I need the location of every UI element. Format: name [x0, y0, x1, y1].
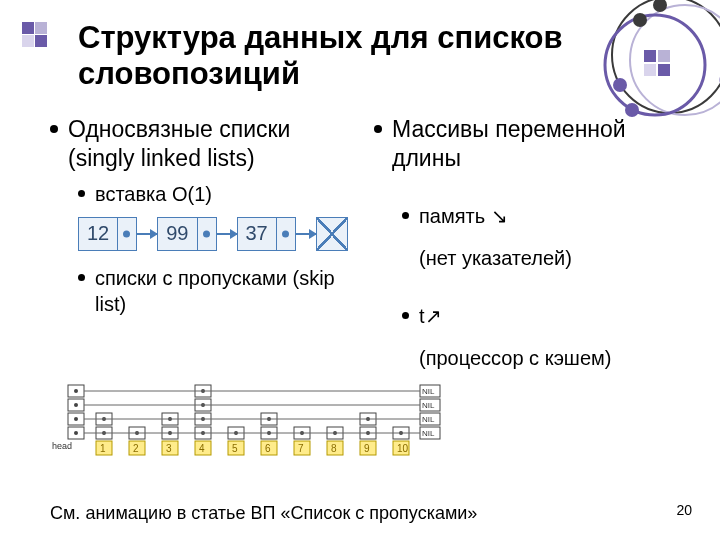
- sub-text: память ↘: [419, 203, 508, 229]
- svg-text:6: 6: [265, 443, 271, 454]
- svg-rect-14: [35, 22, 47, 34]
- bullet-icon: [78, 190, 85, 197]
- sub-insertion: вставка O(1): [78, 181, 356, 207]
- arrow-icon: [137, 233, 157, 235]
- svg-text:10: 10: [397, 443, 409, 454]
- memory-note: (нет указателей): [419, 245, 680, 271]
- skip-list-diagram: head 12345678910 NIL NIL NIL NIL: [50, 383, 680, 477]
- svg-rect-9: [644, 50, 656, 62]
- footnote: См. анимацию в статье ВП «Список с пропу…: [50, 503, 477, 524]
- svg-text:NIL: NIL: [422, 401, 435, 410]
- svg-text:9: 9: [364, 443, 370, 454]
- svg-text:NIL: NIL: [422, 415, 435, 424]
- svg-text:4: 4: [199, 443, 205, 454]
- bullet-icon: [402, 212, 409, 219]
- sub-text: списки с пропусками (skip list): [95, 265, 356, 317]
- arrow-icon: [296, 233, 316, 235]
- svg-rect-16: [35, 35, 47, 47]
- linked-list-diagram: 12 99 37: [78, 217, 356, 251]
- svg-point-24: [74, 417, 78, 421]
- left-column: Односвязные списки (singly linked lists)…: [50, 115, 356, 371]
- svg-rect-11: [644, 64, 656, 76]
- bullet-icon: [374, 125, 382, 133]
- sub-text: вставка O(1): [95, 181, 212, 207]
- sub-skip-list: списки с пропусками (skip list): [78, 265, 356, 317]
- bullet-singly-linked: Односвязные списки (singly linked lists): [50, 115, 356, 173]
- list-node: 99: [157, 217, 216, 251]
- null-terminator: [316, 217, 348, 251]
- slide-logo: [22, 22, 48, 52]
- bullet-text: Односвязные списки (singly linked lists): [68, 115, 356, 173]
- svg-text:8: 8: [331, 443, 337, 454]
- svg-text:5: 5: [232, 443, 238, 454]
- svg-point-23: [74, 403, 78, 407]
- svg-point-6: [625, 103, 639, 117]
- svg-point-25: [74, 431, 78, 435]
- svg-text:1: 1: [100, 443, 106, 454]
- svg-rect-13: [22, 22, 34, 34]
- bullet-icon: [402, 312, 409, 319]
- bullet-icon: [50, 125, 58, 133]
- node-value: 99: [158, 218, 197, 250]
- sub-text: t↗: [419, 303, 442, 329]
- node-value: 37: [238, 218, 277, 250]
- svg-rect-15: [22, 35, 34, 47]
- svg-text:3: 3: [166, 443, 172, 454]
- time-note: (процессор с кэшем): [419, 345, 680, 371]
- svg-text:NIL: NIL: [422, 387, 435, 396]
- corner-decoration: [560, 0, 720, 160]
- svg-text:NIL: NIL: [422, 429, 435, 438]
- list-node: 37: [237, 217, 296, 251]
- arrow-icon: [217, 233, 237, 235]
- arrow-icon: [198, 218, 216, 250]
- svg-rect-12: [658, 64, 670, 76]
- svg-text:7: 7: [298, 443, 304, 454]
- arrow-icon: [277, 218, 295, 250]
- svg-text:2: 2: [133, 443, 139, 454]
- svg-rect-10: [658, 50, 670, 62]
- slide-number: 20: [676, 502, 692, 518]
- sub-time: t↗: [402, 303, 680, 329]
- arrow-icon: [118, 218, 136, 250]
- svg-point-3: [633, 13, 647, 27]
- svg-point-5: [613, 78, 627, 92]
- list-node: 12: [78, 217, 137, 251]
- node-value: 12: [79, 218, 118, 250]
- sub-memory: память ↘: [402, 203, 680, 229]
- skip-head-label: head: [52, 441, 72, 451]
- svg-point-4: [653, 0, 667, 12]
- bullet-icon: [78, 274, 85, 281]
- svg-point-22: [74, 389, 78, 393]
